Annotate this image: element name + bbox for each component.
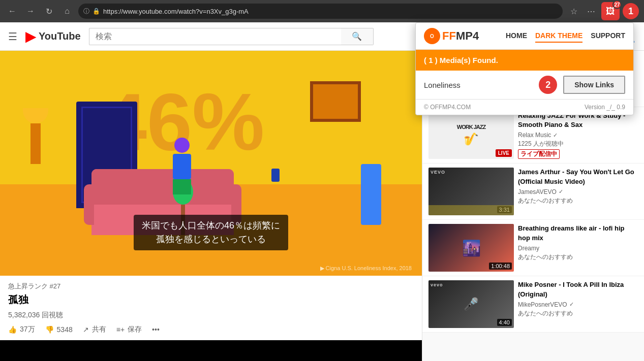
popup-footer: © OFFMP4.COM Version _/_ 0.9 <box>416 100 633 115</box>
youtube-logo[interactable]: ▶ YouTube <box>25 28 81 45</box>
home-button[interactable]: ⌂ <box>60 4 74 18</box>
dislike-count: 5348 <box>57 325 73 334</box>
extension-button[interactable]: 🖼 27 <box>601 2 620 20</box>
popup-nav: HOME DARK THEME SUPPORT <box>506 29 625 43</box>
sofa-arm-left <box>84 184 94 225</box>
forward-button[interactable]: → <box>23 4 38 18</box>
rec-info-lofi: Breathing dreams like air - lofi hip hop… <box>518 224 638 272</box>
info-icon: ⓘ <box>83 7 89 16</box>
person-head <box>174 138 190 153</box>
youtube-logo-text: YouTube <box>39 30 81 42</box>
offmp4-popup: O FFMP4 HOME DARK THEME SUPPORT ( 1 ) Me… <box>415 22 634 115</box>
person-figure <box>173 138 191 194</box>
nav-dark-theme[interactable]: DARK THEME <box>535 29 582 43</box>
rec-channel-lofi: Dreamy <box>518 245 638 252</box>
rec-card-mike[interactable]: 4:40 vevo 🎤 Mike Posner - I Took A Pill … <box>422 276 644 333</box>
rec-card-james[interactable]: 3:31 vevo James Arthur - Say You Won't L… <box>422 163 644 220</box>
share-icon: ↗ <box>83 325 89 334</box>
rec-channel-jazz: Relax Music ✓ <box>518 132 638 139</box>
subtitle-line1: 米国でも人口全体の46％は頻繁に <box>142 219 280 233</box>
rec-info-james: James Arthur - Say You Won't Let Go (Off… <box>518 168 638 215</box>
rec-duration-lofi: 1:00:48 <box>489 262 512 270</box>
rec-views-lofi: あなたへのおすすめ <box>518 253 638 261</box>
bookmark-icon[interactable]: ☆ <box>567 4 581 18</box>
rec-thumb-james: 3:31 vevo <box>428 168 514 215</box>
show-links-button[interactable]: Show Links <box>563 76 625 94</box>
rec-views-jazz: 1225 人が視聴中 <box>518 140 638 148</box>
rec-views-james: あなたへのおすすめ <box>518 196 638 205</box>
video-views: 5,382,036 回視聴 <box>8 311 414 320</box>
search-input[interactable] <box>89 28 341 45</box>
video-info: 急上昇ランク #27 孤独 5,382,036 回視聴 👍 37万 👎 5348… <box>0 276 422 340</box>
more-button[interactable]: ••• <box>152 325 160 334</box>
rec-title-mike: Mike Posner - I Took A Pill In Ibiza (Or… <box>518 280 638 299</box>
subtitle-line2: 孤独を感じるといっている <box>142 233 280 246</box>
rec-duration-mike: 4:40 <box>497 319 512 326</box>
rec-card-jazz[interactable]: WORK JAZZ 🎷 LIVE Relaxing JAZZ For Work … <box>422 107 644 163</box>
popup-logo-icon: O <box>424 28 440 44</box>
youtube-logo-icon: ▶ <box>25 28 37 45</box>
ext-badge: 27 <box>612 0 622 9</box>
search-button[interactable]: 🔍 <box>341 28 374 45</box>
wall-art <box>310 81 361 122</box>
rec-live-text: ライブ配信中 <box>518 149 560 159</box>
popup-copyright: © OFFMP4.COM <box>424 104 471 111</box>
video-area: 46% <box>0 51 422 361</box>
circle-1-badge: 1 <box>623 3 639 19</box>
address-bar[interactable] <box>103 8 558 15</box>
nav-home[interactable]: HOME <box>506 29 527 43</box>
hamburger-icon[interactable]: ☰ <box>8 30 17 43</box>
rec-title-james: James Arthur - Say You Won't Let Go (Off… <box>518 168 638 186</box>
rec-channel-james: JamesAVEVO ✓ <box>518 188 638 195</box>
sofa-back <box>91 169 234 205</box>
search-bar: 🔍 <box>89 28 374 45</box>
video-thumbnail[interactable]: 46% <box>0 51 422 276</box>
share-button[interactable]: ↗ 共有 <box>83 325 106 334</box>
browser-actions: ☆ ⋯ 🖼 27 1 <box>567 2 639 20</box>
dislike-icon: 👎 <box>45 325 54 334</box>
menu-icon[interactable]: ⋯ <box>584 4 598 18</box>
person-legs <box>173 179 191 194</box>
room-lamp <box>30 123 41 164</box>
rec-title-lofi: Breathing dreams like air - lofi hip hop… <box>518 224 638 242</box>
like-button[interactable]: 👍 37万 <box>8 325 35 334</box>
save-icon: ≡+ <box>116 325 125 334</box>
nav-support[interactable]: SUPPORT <box>591 29 625 43</box>
verified-icon: ✓ <box>553 132 558 139</box>
video-actions: 👍 37万 👎 5348 ↗ 共有 ≡+ 保存 ••• <box>8 325 414 334</box>
tv <box>361 164 381 225</box>
person-body <box>173 154 191 179</box>
popup-logo-text: FFMP4 <box>442 29 479 43</box>
video-title: 孤独 <box>8 293 414 307</box>
like-count: 37万 <box>20 325 35 334</box>
circle-2-badge: 2 <box>539 76 557 94</box>
video-rank: 急上昇ランク #27 <box>8 282 414 291</box>
verified-icon-james: ✓ <box>559 188 563 195</box>
share-label: 共有 <box>92 325 106 334</box>
address-bar-wrap: ⓘ 🔒 <box>78 4 563 19</box>
rank-label: 急上昇ランク #27 <box>8 282 60 290</box>
back-button[interactable]: ← <box>5 4 19 18</box>
reload-button[interactable]: ↻ <box>42 4 56 18</box>
rec-thumb-jazz: WORK JAZZ 🎷 LIVE <box>428 111 514 159</box>
verified-icon-mike: ✓ <box>569 301 574 308</box>
popup-version: Version _/_ 0.9 <box>585 104 625 111</box>
phone <box>271 169 280 182</box>
save-label: 保存 <box>128 325 142 334</box>
lock-icon: 🔒 <box>93 8 100 15</box>
media-name: Loneliness <box>424 81 533 89</box>
rec-card-lofi[interactable]: 1:00:48 🌆 Breathing dreams like air - lo… <box>422 220 644 276</box>
rec-thumb-lofi: 1:00:48 🌆 <box>428 224 514 272</box>
cigna-label: ▶ Cigna U.S. Loneliness Index, 2018 <box>320 265 412 272</box>
browser-bar: ← → ↻ ⌂ ⓘ 🔒 ☆ ⋯ 🖼 27 1 <box>0 0 644 22</box>
save-button[interactable]: ≡+ 保存 <box>116 325 142 334</box>
popup-media-row: Loneliness 2 Show Links <box>416 71 633 100</box>
dislike-button[interactable]: 👎 5348 <box>45 325 73 334</box>
popup-logo: O FFMP4 <box>424 28 479 44</box>
rec-thumb-mike: 4:40 vevo 🎤 <box>428 280 514 328</box>
rec-info-jazz: Relaxing JAZZ For Work & Study - Smooth … <box>518 111 638 159</box>
popup-header: O FFMP4 HOME DARK THEME SUPPORT <box>416 23 633 50</box>
rec-live-badge: LIVE <box>496 149 512 157</box>
like-icon: 👍 <box>8 325 17 334</box>
rec-channel-mike: MikePosnerVEVO ✓ <box>518 301 638 308</box>
